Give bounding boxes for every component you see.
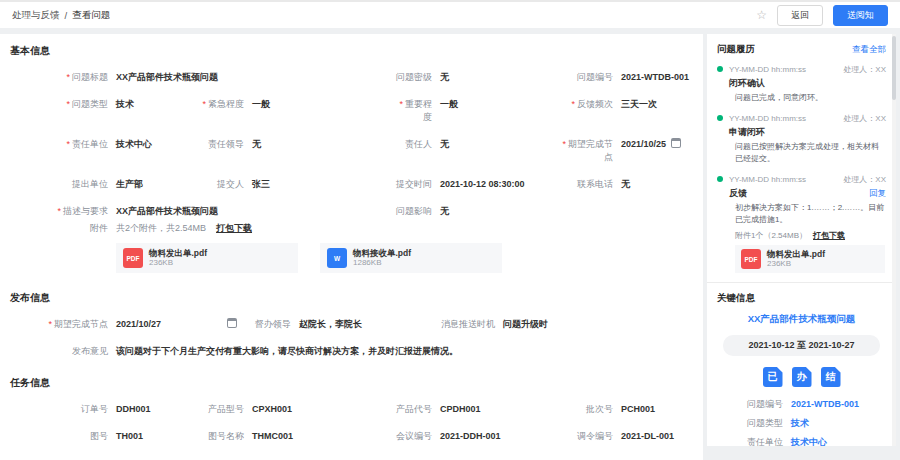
history-action: 申请闭环: [729, 126, 765, 139]
file-size: 236KB: [149, 258, 207, 268]
file-size: 236KB: [767, 259, 825, 269]
field-value: PCH001: [621, 403, 655, 416]
form-field: 消息推送时机问题升级时: [427, 318, 691, 331]
download-all-link[interactable]: 打包下载: [813, 231, 845, 240]
breadcrumb-separator: /: [65, 10, 68, 21]
file-size: 1286KB: [353, 258, 411, 268]
field-label: 消息推送时机: [427, 318, 503, 331]
history-item: YY-MM-DD hh:mm:ss处理人：XX申请闭环问题已按照解决方案完成处理…: [717, 113, 886, 165]
status-badge: 办: [792, 367, 812, 387]
field-value[interactable]: 技术: [791, 417, 809, 429]
task-info-grid: 订单号DDH001产品型号CPXH001产品代号CPDH001批次号PCH001…: [12, 403, 691, 443]
field-label: 责任单位: [743, 436, 791, 446]
required-asterisk: *: [66, 139, 70, 149]
field-label: 责任人: [392, 138, 440, 151]
history-action-row: 闭环确认: [729, 77, 886, 90]
file-name: 物料接收单.pdf: [353, 248, 411, 258]
history-timeline: YY-MM-DD hh:mm:ss处理人：XX闭环确认问题已完成，同意闭环。YY…: [717, 64, 886, 273]
required-asterisk: *: [202, 99, 206, 109]
field-value: 问题升级时: [503, 318, 548, 331]
timeline-dot-icon: [717, 176, 723, 182]
field-label: *问题标题: [12, 71, 116, 84]
view-all-link[interactable]: 查看全部: [852, 44, 886, 56]
file-card[interactable]: W物料接收单.pdf1286KB: [320, 243, 502, 273]
field-label: *问题类型: [12, 98, 116, 111]
form-field: *问题标题XX产品部件技术瓶颈问题: [12, 71, 392, 84]
key-info-problem-title[interactable]: XX产品部件技术瓶颈问题: [717, 313, 886, 326]
reply-link[interactable]: 回复: [869, 188, 886, 200]
field-value: 2021-DL-001: [621, 430, 674, 443]
calendar-icon[interactable]: [671, 138, 681, 148]
field-label: 提交时间: [392, 178, 440, 191]
form-field: *重要程度一般: [392, 98, 557, 124]
history-item-head: YY-MM-DD hh:mm:ss处理人：XX: [729, 174, 886, 185]
field-label: *期望完成节点: [557, 138, 621, 164]
required-asterisk: *: [571, 99, 575, 109]
field-value: 无: [252, 138, 261, 151]
field-label: 问题影响: [392, 205, 440, 218]
field-label: 问题密级: [392, 71, 440, 84]
field-value: 技术: [116, 98, 134, 111]
form-field: 问题影响无: [392, 205, 691, 218]
key-info-title: 关键信息: [717, 292, 886, 305]
history-time: YY-MM-DD hh:mm:ss: [729, 64, 806, 75]
breadcrumb-parent[interactable]: 处理与反馈: [12, 9, 60, 22]
back-button[interactable]: 返回: [777, 5, 823, 26]
history-action: 闭环确认: [729, 77, 765, 90]
publish-info-grid: *期望完成节点2021/10/27督办领导赵院长，李院长消息推送时机问题升级时发…: [12, 318, 691, 358]
field-label: 订单号: [12, 403, 116, 416]
field-value: 无: [621, 178, 630, 191]
field-label: *紧急程度: [192, 98, 252, 111]
field-label: 责任领导: [192, 138, 252, 151]
field-value: 该问题对于下个月生产交付有重大影响，请尽快商讨解决方案，并及时汇报进展情况。: [116, 345, 458, 358]
form-field: *描述与要求XX产品部件技术瓶颈问题: [12, 205, 392, 218]
download-all-link[interactable]: 打包下载: [216, 222, 252, 235]
section-title-basic-info: 基本信息: [10, 44, 691, 58]
field-value: 2021-WTDB-001: [621, 71, 689, 84]
file-card[interactable]: PDF物料发出单.pdf236KB: [116, 243, 298, 273]
form-field: 问题编号2021-WTDB-001: [557, 71, 691, 84]
history-time: YY-MM-DD hh:mm:ss: [729, 113, 806, 124]
field-value: 一般: [440, 98, 458, 111]
history-item-head: YY-MM-DD hh:mm:ss处理人：XX: [729, 64, 886, 75]
history-body: 问题已完成，同意闭环。: [735, 92, 886, 104]
field-label: 问题类型: [743, 417, 791, 429]
form-field: 批次号PCH001: [557, 403, 691, 416]
attachments-summary: 共2个附件，共2.54MB: [116, 222, 206, 235]
field-label: *责任单位: [12, 138, 116, 151]
status-badge: 已: [763, 367, 783, 387]
breadcrumb: 处理与反馈 / 查看问题: [12, 9, 110, 22]
scrollbar-thumb[interactable]: [892, 36, 896, 100]
field-value[interactable]: 技术中心: [791, 436, 827, 446]
required-asterisk: *: [66, 72, 70, 82]
form-field: *责任单位技术中心: [12, 138, 192, 164]
attachment-cards: PDF物料发出单.pdf236KBW物料接收单.pdf1286KB: [116, 243, 691, 273]
send-notify-button[interactable]: 送阅知: [833, 5, 888, 26]
file-name: 物料发出单.pdf: [149, 248, 207, 258]
required-asterisk: *: [562, 139, 566, 149]
calendar-icon[interactable]: [227, 318, 237, 328]
form-field: 提交时间2021-10-12 08:30:00: [392, 178, 557, 191]
file-name: 物料发出单.pdf: [767, 249, 825, 259]
field-label: 图号名称: [192, 430, 252, 443]
field-label: 调令编号: [557, 430, 621, 443]
side-panel: 问题履历 查看全部 YY-MM-DD hh:mm:ss处理人：XX闭环确认问题已…: [707, 34, 896, 446]
history-handler: 处理人：XX: [843, 64, 886, 75]
date-range-pill: 2021-10-12 至 2021-10-27: [723, 335, 880, 356]
field-label: *描述与要求: [12, 205, 116, 218]
field-value: CPXH001: [252, 403, 292, 416]
field-value: XX产品部件技术瓶颈问题: [116, 205, 218, 218]
field-value: XX产品部件技术瓶颈问题: [116, 71, 218, 84]
file-card[interactable]: PDF物料发出单.pdf236KB: [735, 245, 885, 273]
field-value[interactable]: 2021-WTDB-001: [791, 398, 859, 410]
form-field: 责任领导无: [192, 138, 392, 164]
scrollbar[interactable]: [892, 34, 896, 446]
status-badges: 已办结: [717, 367, 886, 387]
history-item: YY-MM-DD hh:mm:ss处理人：XX反馈回复初步解决方案如下：1.………: [717, 174, 886, 273]
star-icon[interactable]: ☆: [756, 9, 767, 21]
history-attachment-row: 附件1个（2.54MB）打包下载: [735, 230, 886, 241]
field-label: 批次号: [557, 403, 621, 416]
required-asterisk: *: [399, 99, 403, 109]
field-label: 发布意见: [12, 345, 116, 358]
form-field: 图号TH001: [12, 430, 192, 443]
